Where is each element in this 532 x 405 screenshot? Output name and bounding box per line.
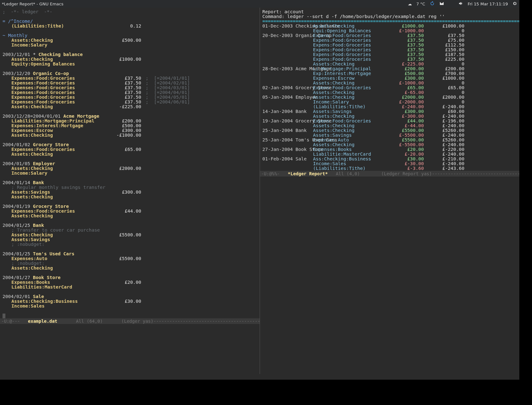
source-line[interactable]: 2004/01/05 Employer: [3, 161, 257, 166]
system-tray: ☁ 7 °C Fri 15 Mar 17:11:19: [408, 1, 517, 7]
source-line[interactable]: [3, 308, 257, 313]
source-line[interactable]: Assets:Savings£300.00: [3, 190, 257, 195]
report-row: Assets:Checking£-65.000: [263, 90, 517, 95]
source-line[interactable]: Expenses:Food:Groceries£37.50; [=2004/05…: [3, 95, 257, 100]
minibuffer[interactable]: [0, 374, 519, 380]
source-line[interactable]: ; :nobudget:: [3, 261, 257, 266]
source-line[interactable]: Assets:Checking: [3, 266, 257, 271]
source-line[interactable]: ~ Monthly: [3, 33, 257, 38]
source-line[interactable]: 2004/01/19 Grocery Store: [3, 204, 257, 209]
report-row: 28-Dec-2003 Acme MortgageLi:Mortgage:Pri…: [263, 66, 517, 71]
source-line[interactable]: Income:Salary: [3, 43, 257, 47]
source-line[interactable]: 2003/12/28=2004/01/01 Acme Mortgage: [3, 114, 257, 119]
report-row: Equi:Opening Balances£-1000.000: [263, 28, 517, 33]
window-title: *Ledger Report* - GNU Emacs: [2, 2, 63, 6]
source-line[interactable]: [3, 290, 257, 294]
source-line[interactable]: ; -*- ledger -*-: [3, 9, 257, 14]
report-row: Expens:Food:Groceries£37.50£150.00: [263, 47, 517, 52]
report-row: Expens:Food:Groceries£37.50£187.50: [263, 52, 517, 57]
mail-icon[interactable]: [439, 1, 444, 7]
source-line[interactable]: 2004/01/25 Tom's Used Cars: [3, 252, 257, 256]
source-line[interactable]: Income:Salary: [3, 171, 257, 176]
source-line[interactable]: Assets:Checking-£225.00: [3, 104, 257, 109]
source-line[interactable]: [3, 66, 257, 71]
volume-icon[interactable]: [458, 1, 463, 7]
source-line[interactable]: [3, 247, 257, 252]
source-line[interactable]: ; :nobudget:: [3, 242, 257, 247]
report-row: Assets:Checking£-1000.000: [263, 81, 517, 85]
source-line[interactable]: [3, 199, 257, 204]
ledger-source-pane[interactable]: ; -*- ledger -*-= /^Income/(Liabilities:…: [0, 8, 260, 374]
source-line[interactable]: Assets:Checking-£1000.00: [3, 133, 257, 138]
report-row: 01-Dec-2003 Checking balanceAssets:Check…: [263, 24, 517, 28]
modeline-left: -U:@--- example.dat All (64,0) (Ledger y…: [0, 318, 260, 324]
source-line[interactable]: Expenses:Food:Groceries£37.50; [=2004/01…: [3, 76, 257, 81]
report-row: Expenses:Escrow£300.00£1000.00: [263, 76, 517, 81]
source-line[interactable]: Expenses:Escrow£300.00: [3, 128, 257, 133]
weather-text: 7 °C: [416, 2, 425, 6]
source-line[interactable]: [3, 109, 257, 114]
source-line[interactable]: Assets:Checking£500.00: [3, 38, 257, 43]
source-line[interactable]: Assets:Savings: [3, 237, 257, 242]
report-row: 05-Jan-2004 EmployerAssets:Checking£2000…: [263, 95, 517, 100]
report-row: 20-Dec-2003 Organic Co-opExpens:Food:Gro…: [263, 33, 517, 38]
source-line[interactable]: Expenses:Auto£5500.00: [3, 256, 257, 261]
source-line[interactable]: 2004/01/25 Bank: [3, 223, 257, 228]
source-line[interactable]: 2004/01/14 Bank: [3, 180, 257, 185]
report-row: 14-Jan-2004 BankAssets:Savings£300.00£60…: [263, 109, 517, 114]
source-line[interactable]: Assets:Checking£1000.00: [3, 57, 257, 62]
source-line[interactable]: Expenses:Interest:Mortgage£500.00: [3, 123, 257, 128]
source-line[interactable]: Assets:Checking:Business£30.00: [3, 299, 257, 304]
report-row: Assets:Checking£-5500.00£-240.00: [263, 142, 517, 147]
report-row: 19-Jan-2004 Grocery StoreExpens:Food:Gro…: [263, 119, 517, 123]
source-line[interactable]: 2004/02/01 Sale: [3, 294, 257, 299]
settings-icon[interactable]: [512, 1, 517, 7]
source-line[interactable]: ; Regular monthly savings transfer: [3, 185, 257, 190]
report-row: Income:Salary£-2000.000: [263, 100, 517, 104]
source-line[interactable]: Income:Sales: [3, 304, 257, 308]
source-line[interactable]: ; Transfer to cover car purchase: [3, 228, 257, 233]
cursor: [3, 314, 5, 318]
source-line[interactable]: Assets:Checking: [3, 152, 257, 157]
source-line[interactable]: [3, 176, 257, 180]
source-line[interactable]: Expenses:Books£20.00: [3, 280, 257, 285]
weather-icon: ☁: [408, 2, 412, 6]
source-line[interactable]: Expenses:Food:Groceries£37.50; [=2004/04…: [3, 90, 257, 95]
source-line[interactable]: Liabilities:MasterCard: [3, 285, 257, 290]
source-line[interactable]: 2003/12/20 Organic Co-op: [3, 71, 257, 76]
report-row: Assets:Savings£-5500.00£-240.00: [263, 133, 517, 138]
source-line[interactable]: Expenses:Food:Groceries£65.00: [3, 147, 257, 152]
source-line[interactable]: Assets:Checking£5500.00: [3, 233, 257, 237]
source-line[interactable]: 2004/01/02 Grocery Store: [3, 142, 257, 147]
source-line[interactable]: Assets:Checking£2000.00: [3, 166, 257, 171]
modeline-right: -U:@%%- *Ledger Report* All (4,0) (Ledge…: [260, 171, 520, 177]
source-line[interactable]: Expenses:Food:Groceries£37.50; [=2004/06…: [3, 100, 257, 104]
source-line[interactable]: 2004/01/27 Book Store: [3, 275, 257, 280]
source-line[interactable]: (Liabilities:Tithe)0.12: [3, 24, 257, 28]
report-row: 02-Jan-2004 Grocery StoreExpens:Food:Gro…: [263, 85, 517, 90]
ledger-report-pane[interactable]: Report: accountCommand: ledger --sort d …: [260, 8, 520, 374]
source-line[interactable]: Expenses:Food:Groceries£44.00: [3, 209, 257, 214]
source-line[interactable]: Expenses:Food:Groceries£37.50; [=2004/02…: [3, 81, 257, 85]
source-line[interactable]: Assets:Checking: [3, 214, 257, 218]
report-separator: ========================================…: [263, 19, 517, 24]
source-line[interactable]: [3, 157, 257, 161]
network-icon[interactable]: [449, 1, 454, 7]
source-line[interactable]: = /^Income/: [3, 19, 257, 24]
source-line[interactable]: [3, 138, 257, 142]
report-header: Report: account: [263, 9, 517, 14]
clock: Fri 15 Mar 17:11:19: [468, 2, 508, 6]
refresh-icon[interactable]: [430, 1, 435, 7]
source-line[interactable]: [3, 28, 257, 33]
source-line[interactable]: Liabilities:Mortgage:Principal£200.00: [3, 119, 257, 123]
source-line[interactable]: Equity:Opening Balances: [3, 62, 257, 66]
report-row: Liabilitie:MasterCard£-20.00£-240.00: [263, 152, 517, 157]
source-line[interactable]: [3, 47, 257, 52]
source-line[interactable]: 2003/12/01 * Checking balance: [3, 52, 257, 57]
source-line[interactable]: [3, 218, 257, 223]
source-line[interactable]: Expenses:Food:Groceries£37.50; [=2004/03…: [3, 85, 257, 90]
source-line[interactable]: [3, 14, 257, 19]
source-line[interactable]: Assets:Checking: [3, 195, 257, 199]
report-row: Assets:Checking£-300.00£-240.00: [263, 114, 517, 119]
source-line[interactable]: [3, 271, 257, 275]
